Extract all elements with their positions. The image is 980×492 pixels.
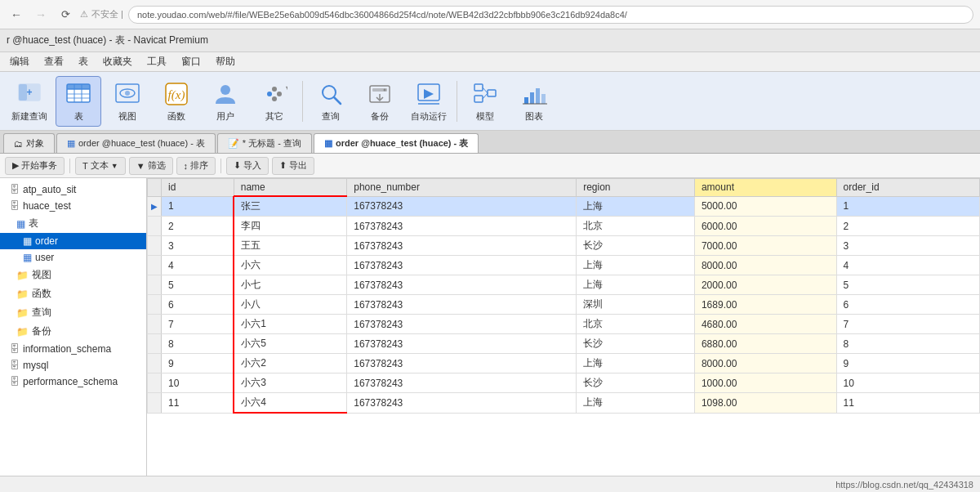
col-phone[interactable]: phone_number bbox=[347, 179, 577, 197]
cell-phone_number[interactable]: 167378243 bbox=[347, 236, 577, 256]
cell-phone_number[interactable]: 167378243 bbox=[347, 334, 577, 354]
filter-button[interactable]: ▼ 筛选 bbox=[129, 157, 173, 175]
cell-order_id[interactable]: 7 bbox=[836, 315, 979, 334]
table-row[interactable]: 9小六2167378243上海8000.009 bbox=[148, 354, 980, 373]
table-row[interactable]: 11小六4167378243上海1098.0011 bbox=[148, 393, 980, 414]
cell-amount[interactable]: 1689.00 bbox=[694, 295, 836, 315]
col-order-id[interactable]: order_id bbox=[836, 179, 979, 197]
cell-id[interactable]: 11 bbox=[162, 393, 234, 414]
cell-id[interactable]: 2 bbox=[162, 217, 234, 236]
sidebar-item-user[interactable]: ▦ user bbox=[0, 249, 146, 266]
table-row[interactable]: 8小六5167378243长沙6880.008 bbox=[148, 334, 980, 354]
menu-window[interactable]: 窗口 bbox=[175, 53, 207, 70]
cell-order_id[interactable]: 9 bbox=[836, 354, 979, 373]
cell-name[interactable]: 小六3 bbox=[234, 373, 347, 393]
menu-table[interactable]: 表 bbox=[72, 53, 95, 70]
sidebar-item-huace[interactable]: 🗄 huace_test bbox=[0, 198, 146, 214]
cell-phone_number[interactable]: 167378243 bbox=[347, 354, 577, 373]
model-button[interactable]: 模型 bbox=[462, 76, 508, 127]
query-button[interactable]: 查询 bbox=[308, 76, 354, 127]
sidebar-item-views[interactable]: 📁 视图 bbox=[0, 266, 146, 284]
cell-name[interactable]: 小六2 bbox=[234, 354, 347, 373]
menu-favorites[interactable]: 收藏夹 bbox=[96, 53, 139, 70]
cell-name[interactable]: 小六4 bbox=[234, 393, 347, 414]
cell-region[interactable]: 上海 bbox=[577, 393, 695, 414]
refresh-button[interactable]: ⟳ bbox=[56, 5, 75, 25]
tab-objects[interactable]: 🗂 对象 bbox=[3, 133, 55, 153]
cell-phone_number[interactable]: 167378243 bbox=[347, 196, 577, 217]
export-button[interactable]: ⬆ 导出 bbox=[272, 157, 314, 175]
cell-amount[interactable]: 7000.00 bbox=[694, 236, 836, 256]
cell-amount[interactable]: 1098.00 bbox=[694, 393, 836, 414]
cell-id[interactable]: 6 bbox=[162, 295, 234, 315]
table-row[interactable]: 10小六3167378243长沙1000.0010 bbox=[148, 373, 980, 393]
table-row[interactable]: 6小八167378243深圳1689.006 bbox=[148, 295, 980, 315]
cell-order_id[interactable]: 6 bbox=[836, 295, 979, 315]
cell-phone_number[interactable]: 167378243 bbox=[347, 256, 577, 275]
cell-name[interactable]: 小七 bbox=[234, 275, 347, 295]
cell-id[interactable]: 1 bbox=[162, 196, 234, 217]
text-button[interactable]: T 文本 ▼ bbox=[75, 157, 126, 175]
cell-id[interactable]: 3 bbox=[162, 236, 234, 256]
cell-region[interactable]: 长沙 bbox=[577, 236, 695, 256]
cell-region[interactable]: 深圳 bbox=[577, 295, 695, 315]
cell-id[interactable]: 7 bbox=[162, 315, 234, 334]
cell-phone_number[interactable]: 167378243 bbox=[347, 217, 577, 236]
cell-order_id[interactable]: 11 bbox=[836, 393, 979, 414]
cell-phone_number[interactable]: 167378243 bbox=[347, 315, 577, 334]
cell-amount[interactable]: 8000.00 bbox=[694, 256, 836, 275]
table-row[interactable]: 4小六167378243上海8000.004 bbox=[148, 256, 980, 275]
chart-button[interactable]: 图表 bbox=[511, 76, 557, 127]
cell-name[interactable]: 小六 bbox=[234, 256, 347, 275]
cell-order_id[interactable]: 3 bbox=[836, 236, 979, 256]
cell-region[interactable]: 上海 bbox=[577, 354, 695, 373]
menu-edit[interactable]: 编辑 bbox=[3, 53, 36, 70]
sort-button[interactable]: ↕ 排序 bbox=[176, 157, 216, 175]
table-row[interactable]: 3王五167378243长沙7000.003 bbox=[148, 236, 980, 256]
cell-name[interactable]: 李四 bbox=[234, 217, 347, 236]
cell-order_id[interactable]: 8 bbox=[836, 334, 979, 354]
sidebar-item-info-schema[interactable]: 🗄 information_schema bbox=[0, 341, 146, 357]
col-id[interactable]: id bbox=[162, 179, 234, 197]
table-row[interactable]: 2李四167378243北京6000.002 bbox=[148, 217, 980, 236]
begin-tx-button[interactable]: ▶ 开始事务 bbox=[5, 157, 65, 175]
cell-id[interactable]: 4 bbox=[162, 256, 234, 275]
col-amount[interactable]: amount bbox=[694, 179, 836, 197]
tab-order-2[interactable]: ▦ order @huace_test (huace) - 表 bbox=[314, 133, 479, 153]
sidebar-item-backups[interactable]: 📁 备份 bbox=[0, 322, 146, 341]
cell-name[interactable]: 小八 bbox=[234, 295, 347, 315]
sidebar-item-functions[interactable]: 📁 函数 bbox=[0, 284, 146, 303]
forward-button[interactable]: → bbox=[31, 5, 51, 25]
cell-name[interactable]: 小六5 bbox=[234, 334, 347, 354]
sidebar-item-perf-schema[interactable]: 🗄 performance_schema bbox=[0, 373, 146, 390]
table-row[interactable]: 5小七167378243上海2000.005 bbox=[148, 275, 980, 295]
import-button[interactable]: ⬇ 导入 bbox=[226, 157, 269, 175]
sidebar-item-atp[interactable]: 🗄 atp_auto_sit bbox=[0, 181, 146, 198]
menu-help[interactable]: 帮助 bbox=[209, 53, 242, 70]
cell-region[interactable]: 上海 bbox=[577, 256, 695, 275]
sidebar-item-mysql[interactable]: 🗄 mysql bbox=[0, 357, 146, 373]
cell-phone_number[interactable]: 167378243 bbox=[347, 295, 577, 315]
url-bar[interactable]: note.youdao.com/web/#/file/WEBe25e6ab009… bbox=[128, 6, 973, 24]
menu-tools[interactable]: 工具 bbox=[140, 53, 173, 70]
cell-id[interactable]: 8 bbox=[162, 334, 234, 354]
cell-order_id[interactable]: 4 bbox=[836, 256, 979, 275]
cell-phone_number[interactable]: 167378243 bbox=[347, 393, 577, 414]
tab-order-1[interactable]: ▦ order @huace_test (huace) - 表 bbox=[56, 133, 216, 153]
sidebar-item-queries[interactable]: 📁 查询 bbox=[0, 303, 146, 322]
cell-region[interactable]: 北京 bbox=[577, 217, 695, 236]
cell-order_id[interactable]: 5 bbox=[836, 275, 979, 295]
cell-region[interactable]: 上海 bbox=[577, 275, 695, 295]
cell-id[interactable]: 10 bbox=[162, 373, 234, 393]
backup-button[interactable]: 备份 bbox=[357, 76, 403, 127]
view-button[interactable]: 视图 bbox=[105, 76, 150, 127]
sidebar-item-order[interactable]: ▦ order bbox=[0, 233, 146, 249]
col-name[interactable]: name bbox=[234, 179, 347, 197]
cell-phone_number[interactable]: 167378243 bbox=[347, 275, 577, 295]
table-button[interactable]: 表 bbox=[56, 76, 101, 127]
new-query-button[interactable]: + 新建查询 bbox=[7, 76, 52, 127]
autorun-button[interactable]: 自动运行 bbox=[406, 76, 452, 127]
tab-query[interactable]: 📝 * 无标题 - 查询 bbox=[217, 133, 312, 153]
cell-amount[interactable]: 5000.00 bbox=[694, 196, 836, 217]
cell-name[interactable]: 张三 bbox=[234, 196, 347, 217]
